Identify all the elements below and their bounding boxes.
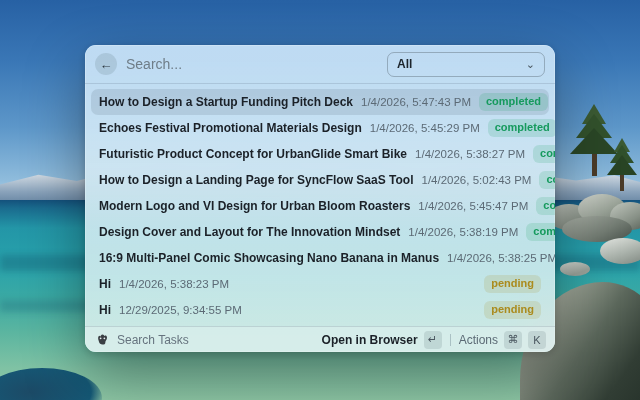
task-timestamp: 1/4/2026, 5:38:25 PM (447, 252, 555, 264)
command-key-icon: ⌘ (504, 331, 522, 349)
desktop: ← All ⌄ How to Design a Startup Funding … (0, 0, 640, 400)
actions-button[interactable]: Actions (459, 333, 498, 347)
open-in-browser-button[interactable]: Open in Browser (322, 333, 418, 347)
task-row[interactable]: Futuristic Product Concept for UrbanGlid… (91, 141, 549, 167)
task-row[interactable]: 16:9 Multi-Panel Comic Showcasing Nano B… (91, 245, 549, 271)
task-timestamp: 1/4/2026, 5:45:29 PM (370, 122, 480, 134)
manus-logo-icon (94, 332, 110, 348)
task-timestamp: 1/4/2026, 5:38:27 PM (415, 148, 525, 160)
k-key-icon: K (528, 331, 546, 349)
task-timestamp: 12/29/2025, 9:34:55 PM (119, 304, 242, 316)
task-status-badge: pending (484, 301, 541, 319)
task-title: Modern Logo and VI Design for Urban Bloo… (99, 199, 410, 213)
task-title: Futuristic Product Concept for UrbanGlid… (99, 147, 407, 161)
task-timestamp: 1/4/2026, 5:02:43 PM (421, 174, 531, 186)
task-timestamp: 1/4/2026, 5:38:19 PM (408, 226, 518, 238)
task-title: How to Design a Startup Funding Pitch De… (99, 95, 353, 109)
task-title: How to Design a Landing Page for SyncFlo… (99, 173, 413, 187)
task-status-badge: completed (526, 223, 555, 241)
task-status-badge: pending (484, 275, 541, 293)
filter-value: All (397, 57, 412, 71)
footer-command-label: Search Tasks (117, 333, 189, 347)
pine-tree-small (604, 138, 640, 191)
task-title: Hi (99, 277, 111, 291)
search-input[interactable] (126, 56, 378, 72)
task-status-badge: completed (536, 197, 555, 215)
task-timestamp: 1/4/2026, 5:45:47 PM (418, 200, 528, 212)
return-key-icon: ↵ (424, 331, 442, 349)
arrow-left-icon: ← (100, 57, 113, 72)
task-row[interactable]: Modern Logo and VI Design for Urban Bloo… (91, 193, 549, 219)
task-search-window: ← All ⌄ How to Design a Startup Funding … (85, 45, 555, 352)
task-row[interactable]: Hi 12/29/2025, 9:34:55 PM pending (91, 297, 549, 323)
search-header: ← All ⌄ (85, 45, 555, 84)
task-row[interactable]: Hi 1/4/2026, 5:38:23 PM pending (91, 271, 549, 297)
task-timestamp: 1/4/2026, 5:38:23 PM (119, 278, 229, 290)
task-list: How to Design a Startup Funding Pitch De… (85, 84, 555, 328)
task-row[interactable]: How to Design a Startup Funding Pitch De… (91, 89, 549, 115)
panel-footer: Search Tasks Open in Browser ↵ Actions ⌘… (85, 326, 555, 352)
filter-dropdown[interactable]: All ⌄ (387, 52, 545, 77)
task-status-badge: completed (539, 171, 555, 189)
task-title: Design Cover and Layout for The Innovati… (99, 225, 400, 239)
chevron-down-icon: ⌄ (526, 59, 535, 70)
task-status-badge: completed (533, 145, 555, 163)
task-title: Echoes Festival Promotional Materials De… (99, 121, 362, 135)
task-status-badge: completed (479, 93, 548, 111)
task-status-badge: completed (488, 119, 555, 137)
task-title: Hi (99, 303, 111, 317)
task-row[interactable]: Echoes Festival Promotional Materials De… (91, 115, 549, 141)
divider (450, 334, 451, 346)
task-row[interactable]: How to Design a Landing Page for SyncFlo… (91, 167, 549, 193)
wallpaper-shore-rocks (548, 186, 640, 238)
wallpaper-boulder (600, 238, 640, 264)
task-title: 16:9 Multi-Panel Comic Showcasing Nano B… (99, 251, 439, 265)
wallpaper-boulder (560, 262, 590, 276)
task-row[interactable]: Design Cover and Layout for The Innovati… (91, 219, 549, 245)
back-button[interactable]: ← (95, 53, 117, 75)
task-timestamp: 1/4/2026, 5:47:43 PM (361, 96, 471, 108)
